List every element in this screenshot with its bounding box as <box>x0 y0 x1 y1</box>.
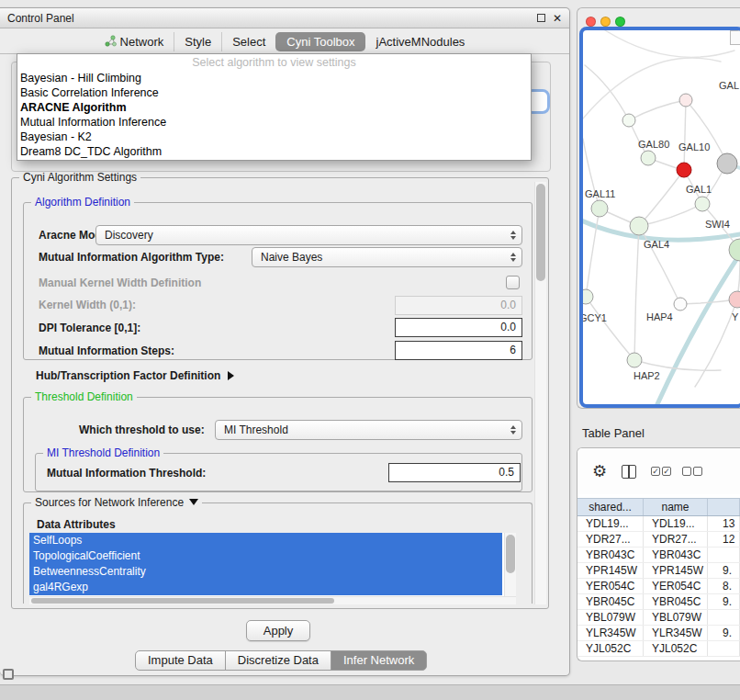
combo-arrows-icon <box>510 231 516 240</box>
attributes-hscrollbar[interactable] <box>29 596 516 604</box>
close-window-icon[interactable]: ✕ <box>553 13 562 24</box>
network-node[interactable] <box>729 239 740 261</box>
float-window-icon[interactable] <box>537 14 545 22</box>
algorithm-option[interactable]: ARACNE Algorithm <box>17 100 531 115</box>
attribute-item[interactable]: gal4RGexp <box>29 580 502 595</box>
cyni-algorithm-settings-group: Cyni Algorithm Settings Algorithm Defini… <box>11 177 549 609</box>
tab-style[interactable]: Style <box>174 32 221 51</box>
table-row[interactable]: YPR145WYPR145W9. <box>577 563 740 579</box>
docked-panel-icon[interactable] <box>3 669 14 680</box>
mi-algorithm-type-select[interactable]: Naive Bayes <box>252 247 522 267</box>
network-canvas[interactable]: GALGAL80GAL10GAL11GAL1SWI4GAL4GCY1HAP4YH… <box>579 27 740 408</box>
unchecked-pair-icon[interactable] <box>682 467 702 476</box>
threshold-definition-title: Threshold Definition <box>31 390 137 403</box>
algorithm-option[interactable]: Bayesian - Hill Climbing <box>17 71 531 85</box>
dpi-tolerance-input[interactable]: 0.0 <box>395 318 522 337</box>
table-row[interactable]: YBR045CYBR045C9. <box>577 594 740 610</box>
tab-select[interactable]: Select <box>221 32 275 51</box>
bottom-status-strip <box>0 684 740 700</box>
table-row[interactable]: YBL079WYBL079W <box>577 610 740 626</box>
mi-steps-input[interactable]: 6 <box>395 341 522 360</box>
table-cell: 9. <box>708 626 740 640</box>
algorithm-option[interactable]: Bayesian - K2 <box>17 130 531 144</box>
table-column-header[interactable]: name <box>644 499 708 515</box>
apply-button[interactable]: Apply <box>246 620 310 641</box>
mi-threshold-input[interactable]: 0.5 <box>388 463 521 482</box>
tab-discretize-data[interactable]: Discretize Data <box>225 650 331 671</box>
network-node[interactable] <box>630 217 648 235</box>
network-edge[interactable] <box>629 100 686 120</box>
network-edge[interactable] <box>634 226 639 360</box>
network-node[interactable] <box>591 200 608 217</box>
tab-jactivemnodules[interactable]: jActiveMNodules <box>365 32 476 51</box>
table-cell: YLR345W <box>577 626 644 640</box>
which-threshold-label: Which threshold to use: <box>79 420 205 440</box>
table-column-header[interactable] <box>708 499 740 515</box>
network-node[interactable] <box>679 94 692 107</box>
network-edge[interactable] <box>586 297 634 360</box>
algorithm-option[interactable]: Basic Correlation Inference <box>17 85 531 100</box>
network-edge[interactable] <box>605 30 734 57</box>
table-row[interactable]: YLR345WYLR345W9. <box>577 626 740 641</box>
network-node[interactable] <box>717 153 737 174</box>
table-row[interactable]: YJL052CYJL052C <box>577 641 740 657</box>
network-svg: GALGAL80GAL10GAL11GAL1SWI4GAL4GCY1HAP4YH… <box>583 30 740 408</box>
checked-pair-icon[interactable]: ✓✓ <box>651 467 671 476</box>
network-edge[interactable] <box>653 242 740 408</box>
sources-section-title[interactable]: Sources for Network Inference <box>31 496 202 509</box>
settings-scrollbar-thumb[interactable] <box>536 184 545 281</box>
collapse-down-icon <box>189 499 198 505</box>
table-cell: YDL19... <box>577 516 644 531</box>
algorithm-option[interactable]: Mutual Information Inference <box>17 115 531 130</box>
table-column-header[interactable]: shared... <box>577 499 644 515</box>
table-row[interactable]: YDR27...YDR27...12 <box>577 532 740 548</box>
network-edge[interactable] <box>639 170 684 226</box>
manual-kernel-checkbox[interactable] <box>506 276 520 289</box>
network-node-label: GAL11 <box>585 188 615 199</box>
table-header: shared...name <box>577 498 740 516</box>
attribute-item[interactable]: TopologicalCoefficient <box>29 548 502 564</box>
settings-scrollbar[interactable] <box>534 182 546 604</box>
close-traffic-light-icon[interactable] <box>586 17 596 27</box>
network-node[interactable] <box>641 151 656 165</box>
table-row[interactable]: YBR043CYBR043C <box>577 548 740 563</box>
columns-icon[interactable] <box>622 465 636 479</box>
table-row[interactable]: YDL19...YDL19...13 <box>577 516 740 532</box>
network-node[interactable] <box>583 289 593 304</box>
algorithm-definition-title: Algorithm Definition <box>31 196 134 209</box>
network-edge[interactable] <box>686 100 727 164</box>
gear-icon[interactable]: ⚙ <box>592 463 607 480</box>
network-scrollbar[interactable] <box>730 30 740 45</box>
table-cell: 13 <box>708 516 740 531</box>
which-threshold-select[interactable]: MI Threshold <box>215 420 522 440</box>
table-cell: YPR145W <box>644 563 708 578</box>
tab-network[interactable]: Network <box>95 32 174 52</box>
network-edge[interactable] <box>684 100 686 170</box>
control-panel-titlebar[interactable]: Control Panel ✕ <box>0 8 569 28</box>
mi-steps-label: Mutual Information Steps: <box>39 341 174 361</box>
data-attributes-label: Data Attributes <box>37 514 116 535</box>
network-node[interactable] <box>677 163 691 177</box>
table-cell: YBL079W <box>644 610 708 625</box>
hub-transcription-factor-section[interactable]: Hub/Transcription Factor Definition <box>36 369 234 382</box>
combo-arrows-icon <box>510 425 516 435</box>
settings-group-title: Cyni Algorithm Settings <box>19 171 140 184</box>
tab-infer-network[interactable]: Infer Network <box>331 650 427 671</box>
network-node[interactable] <box>695 197 710 211</box>
network-edge[interactable] <box>585 65 629 120</box>
table-row[interactable]: YER054CYER054C8. <box>577 579 740 594</box>
tab-impute-data[interactable]: Impute Data <box>135 650 226 671</box>
zoom-traffic-light-icon[interactable] <box>615 17 625 27</box>
attribute-item[interactable]: SelfLoops <box>29 533 502 548</box>
network-node[interactable] <box>627 353 642 367</box>
minimize-traffic-light-icon[interactable] <box>600 17 611 27</box>
aracne-mode-select[interactable]: Discovery <box>95 225 522 245</box>
algorithm-option[interactable]: Dream8 DC_TDC Algorithm <box>17 144 531 159</box>
network-node[interactable] <box>622 114 635 127</box>
tab-cyni-toolbox[interactable]: Cyni Toolbox <box>275 32 364 51</box>
network-node[interactable] <box>729 291 740 308</box>
data-attributes-list: SelfLoopsTopologicalCoefficientBetweenne… <box>29 533 516 604</box>
attributes-vscrollbar[interactable] <box>504 533 516 596</box>
network-node[interactable] <box>674 298 687 310</box>
attribute-item[interactable]: BetweennessCentrality <box>29 564 502 580</box>
